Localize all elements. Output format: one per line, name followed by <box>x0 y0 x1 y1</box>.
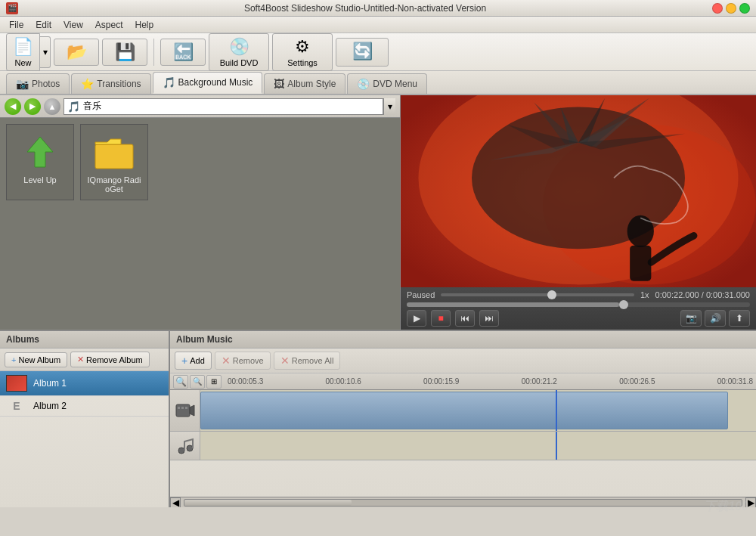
transitions-tab-label: Transitions <box>97 79 141 89</box>
remove-album-button[interactable]: ✕ Remove Album <box>70 352 150 367</box>
zoom-in-btn[interactable]: 🔍 <box>173 375 188 389</box>
marker-6: 00:00:31.8 <box>717 377 753 386</box>
album-music-top: Album Music <box>170 331 756 349</box>
main-area: ◀ ▶ ▲ 🎵 音乐 ▾ <box>0 95 756 330</box>
iqmango-label: IQmango RadioGet <box>87 175 141 194</box>
music-tab-label: Background Music <box>178 77 253 88</box>
play-button[interactable]: ▶ <box>407 310 426 327</box>
file-browser-toolbar: ◀ ▶ ▲ 🎵 音乐 ▾ <box>0 95 400 118</box>
new-album-icon: + <box>11 355 16 364</box>
save-button[interactable]: 💾 <box>102 39 147 66</box>
album-music-panel: Album Music + Add ✕ Remove ✕ Remove All … <box>170 331 756 507</box>
marker-5: 00:00:26.5 <box>619 377 655 386</box>
speed-slider-track[interactable] <box>441 293 634 296</box>
album-music-title: Album Music <box>170 331 756 349</box>
new-label: New <box>14 58 31 67</box>
tab-transitions[interactable]: ⭐ Transitions <box>71 73 150 94</box>
music-track-content[interactable] <box>200 432 756 460</box>
back-icon: 🔙 <box>173 42 194 62</box>
timeline-scrollbar[interactable]: ◀ ▶ <box>170 497 756 507</box>
update-button[interactable]: 🔄 <box>336 38 389 67</box>
menu-view[interactable]: View <box>57 18 89 32</box>
close-btn[interactable] <box>712 3 723 14</box>
add-music-button[interactable]: + Add <box>175 352 212 370</box>
folder-up-btn[interactable]: ▲ <box>44 98 60 115</box>
new-button-group: 📄 New ▾ <box>6 33 51 71</box>
album-1-thumb <box>6 375 27 392</box>
tab-photos[interactable]: 📷 Photos <box>6 73 70 94</box>
progress-fill <box>407 302 619 307</box>
menu-file[interactable]: File <box>3 18 29 32</box>
svg-rect-8 <box>176 404 190 417</box>
music-tab-icon: 🎵 <box>163 76 175 88</box>
screenshot-button[interactable]: 📷 <box>680 310 702 327</box>
build-dvd-button[interactable]: 💿 Build DVD <box>209 33 269 71</box>
albums-panel-title: Albums <box>0 331 169 349</box>
progress-bar-row[interactable] <box>407 302 750 307</box>
file-item-level-up[interactable]: Level Up <box>6 124 74 200</box>
album-item-1[interactable]: Album 1 <box>0 371 169 396</box>
progress-thumb <box>619 300 628 309</box>
video-clip[interactable] <box>200 392 728 429</box>
music-cursor <box>556 432 557 460</box>
timeline-cursor <box>556 390 557 431</box>
scroll-track[interactable] <box>184 499 742 507</box>
scroll-left-btn[interactable]: ◀ <box>170 497 181 508</box>
video-track-content[interactable] <box>200 390 756 431</box>
menu-edit[interactable]: Edit <box>29 18 57 32</box>
tab-dvd-menu[interactable]: 💿 DVD Menu <box>347 73 427 94</box>
iqmango-folder-icon <box>91 131 137 172</box>
speed-label: 1x <box>640 290 649 299</box>
album-item-2[interactable]: E Album 2 <box>0 396 169 417</box>
open-button[interactable]: 📂 <box>54 39 99 66</box>
settings-icon: ⚙ <box>295 37 310 57</box>
volume-button[interactable]: 🔊 <box>705 310 726 327</box>
folder-path-field[interactable]: 🎵 音乐 ▾ <box>64 98 395 115</box>
zoom-fit-btn[interactable]: ⊞ <box>206 375 222 389</box>
svg-marker-0 <box>27 137 53 167</box>
tab-background-music[interactable]: 🎵 Background Music <box>153 72 263 94</box>
preview-image-area <box>401 95 756 287</box>
folder-back-btn[interactable]: ◀ <box>5 98 21 115</box>
marker-4: 00:00:21.2 <box>522 377 557 386</box>
remove-all-music-button[interactable]: ✕ Remove All <box>274 352 341 370</box>
prev-button[interactable]: ⏮ <box>455 310 475 327</box>
settings-button[interactable]: ⚙ Settings <box>272 33 333 71</box>
folder-forward-btn[interactable]: ▶ <box>24 98 41 115</box>
menu-aspect[interactable]: Aspect <box>89 18 129 32</box>
albums-toolbar: + New Album ✕ Remove Album <box>0 349 169 371</box>
transitions-tab-icon: ⭐ <box>81 78 94 90</box>
speed-control[interactable] <box>441 293 634 296</box>
file-item-iqmango[interactable]: IQmango RadioGet <box>80 124 148 200</box>
back-button[interactable]: 🔙 <box>160 39 206 66</box>
stop-button[interactable]: ■ <box>431 310 451 327</box>
menu-bar: File Edit View Aspect Help <box>0 17 756 33</box>
build-dvd-label: Build DVD <box>220 58 259 67</box>
music-track-icon <box>170 432 200 460</box>
new-album-button[interactable]: + New Album <box>5 352 67 367</box>
preview-panel: Paused 1x 0:00:22.000 / 0:00:31.000 <box>401 95 756 330</box>
minimize-btn[interactable] <box>726 3 736 14</box>
next-button[interactable]: ⏭ <box>479 310 499 327</box>
remove-music-button[interactable]: ✕ Remove <box>215 352 271 370</box>
albums-panel: Albums + New Album ✕ Remove Album Album … <box>0 331 170 507</box>
new-dropdown-btn[interactable]: ▾ <box>40 36 51 68</box>
level-up-label: Level Up <box>23 175 56 184</box>
folder-name: 音乐 <box>83 100 101 113</box>
folder-dropdown-btn[interactable]: ▾ <box>383 98 395 115</box>
zoom-out-btn[interactable]: 🔍 <box>190 375 205 389</box>
player-controls: ▶ ■ ⏮ ⏭ 📷 🔊 ⬆ <box>407 310 750 327</box>
svg-rect-10 <box>178 407 180 409</box>
fullscreen-button[interactable]: ⬆ <box>729 310 750 327</box>
window-title: Soft4Boost Slideshow Studio-Untitled-Non… <box>18 3 712 14</box>
new-button-main[interactable]: 📄 New <box>6 33 40 71</box>
volume-area[interactable]: 📷 🔊 ⬆ <box>680 310 750 327</box>
progress-track[interactable] <box>407 302 750 307</box>
remove-album-label: Remove Album <box>86 355 143 364</box>
tab-album-style[interactable]: 🖼 Album Style <box>264 73 345 94</box>
playback-info-row: Paused 1x 0:00:22.000 / 0:00:31.000 <box>407 290 750 299</box>
timeline-ruler: 🔍 🔍 ⊞ 00:00:05.3 00:00:10.6 00:00:15.9 0… <box>170 373 756 390</box>
menu-help[interactable]: Help <box>129 18 160 32</box>
maximize-btn[interactable] <box>739 3 750 14</box>
scroll-right-btn[interactable]: ▶ <box>745 497 756 508</box>
